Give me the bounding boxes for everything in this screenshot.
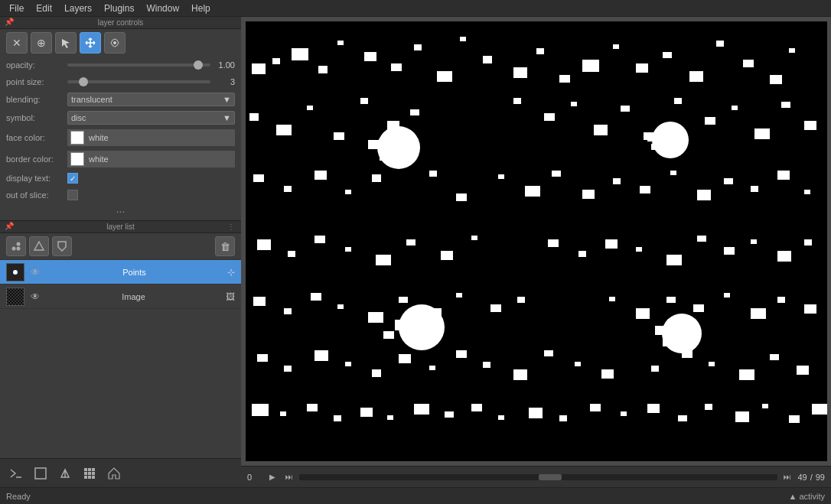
clear-button[interactable]: ✕: [6, 32, 28, 54]
svg-rect-21: [318, 66, 328, 73]
svg-rect-143: [498, 415, 504, 420]
activity-text[interactable]: ▲ activity: [788, 492, 825, 501]
points-thumbnail: [6, 263, 24, 281]
svg-rect-34: [636, 63, 648, 73]
select-button[interactable]: [55, 32, 77, 54]
bottom-toolbar: [0, 458, 241, 487]
svg-rect-50: [571, 102, 577, 106]
svg-rect-23: [364, 52, 376, 61]
menu-help[interactable]: Help: [185, 2, 217, 15]
console-button[interactable]: [6, 463, 26, 483]
timeline-track[interactable]: [299, 474, 777, 480]
menu-window[interactable]: Window: [140, 2, 185, 15]
svg-rect-150: [705, 404, 712, 410]
symbol-select[interactable]: disc ▼: [67, 111, 235, 125]
layer-tools-row: 🗑: [0, 233, 241, 260]
move-button[interactable]: [80, 32, 101, 54]
canvas-container[interactable]: [241, 17, 831, 466]
svg-rect-10: [88, 468, 91, 471]
svg-rect-112: [751, 308, 766, 319]
points-visibility-toggle[interactable]: 👁: [29, 266, 41, 278]
svg-rect-145: [559, 415, 567, 421]
svg-rect-73: [670, 171, 676, 175]
svg-rect-125: [544, 350, 553, 356]
svg-rect-27: [460, 37, 466, 41]
svg-rect-77: [777, 171, 790, 180]
point-size-label: point size:: [6, 77, 67, 86]
svg-rect-26: [437, 71, 452, 82]
svg-rect-62: [314, 171, 327, 180]
svg-rect-97: [253, 297, 266, 306]
point-size-slider[interactable]: [67, 80, 210, 83]
svg-rect-32: [582, 60, 599, 72]
svg-rect-89: [605, 239, 618, 249]
transform-button[interactable]: [104, 32, 125, 54]
svg-rect-142: [471, 404, 482, 411]
svg-rect-86: [471, 236, 477, 240]
opacity-slider[interactable]: [67, 63, 210, 67]
svg-rect-48: [513, 98, 521, 104]
play-button[interactable]: ▶: [266, 470, 279, 484]
svg-rect-84: [406, 239, 416, 245]
timeline-current: 49: [797, 473, 807, 482]
svg-rect-134: [252, 404, 269, 416]
svg-rect-18: [252, 63, 266, 74]
menu-plugins[interactable]: Plugins: [98, 2, 140, 15]
image-visibility-toggle[interactable]: 👁: [29, 291, 41, 303]
jump-end-button[interactable]: ⏭: [780, 470, 794, 484]
main-area: 📌 layer controls ✕ ⊕: [0, 17, 831, 487]
svg-rect-115: [257, 354, 268, 362]
end-button[interactable]: ⏭: [282, 470, 296, 484]
home-button[interactable]: [104, 463, 124, 483]
svg-rect-166: [663, 339, 673, 346]
svg-rect-30: [536, 48, 544, 54]
delete-layer-button[interactable]: 🗑: [215, 236, 235, 256]
svg-rect-70: [582, 190, 595, 199]
svg-point-156: [652, 122, 689, 158]
svg-rect-138: [360, 408, 373, 417]
3d-view-button[interactable]: [55, 463, 75, 483]
border-color-label: border color:: [6, 154, 67, 164]
points-layer-name: Points: [46, 268, 223, 277]
svg-rect-102: [399, 297, 408, 303]
menu-layers[interactable]: Layers: [58, 2, 98, 15]
menu-file[interactable]: File: [3, 2, 30, 15]
svg-rect-119: [372, 369, 381, 377]
svg-rect-161: [644, 132, 656, 140]
svg-rect-108: [636, 308, 650, 319]
svg-rect-11: [92, 468, 95, 471]
display-text-row: display text: ✓: [0, 170, 241, 187]
layer-item-points[interactable]: 👁 Points ⊹: [0, 260, 241, 285]
opacity-label: opacity:: [6, 60, 67, 70]
menu-edit[interactable]: Edit: [30, 2, 58, 15]
svg-rect-75: [724, 178, 733, 184]
add-button[interactable]: ⊕: [31, 32, 52, 54]
svg-rect-74: [697, 190, 711, 200]
svg-point-2: [12, 247, 16, 251]
svg-rect-15: [84, 476, 87, 479]
opacity-row: opacity: 1.00: [0, 57, 241, 73]
svg-rect-17: [92, 476, 95, 479]
add-labels-button[interactable]: [52, 236, 72, 256]
face-color-swatch[interactable]: [70, 131, 84, 145]
blending-select[interactable]: translucent ▼: [67, 93, 235, 106]
layer-controls-toolbar: ✕ ⊕: [0, 29, 241, 57]
svg-rect-51: [594, 125, 608, 135]
svg-rect-25: [414, 44, 422, 50]
svg-rect-141: [445, 411, 454, 418]
grid-button[interactable]: [80, 463, 99, 483]
layer-item-image[interactable]: 👁 Image 🖼: [0, 285, 241, 309]
svg-rect-39: [770, 75, 782, 84]
2d-view-button[interactable]: [31, 463, 51, 483]
border-color-swatch[interactable]: [70, 152, 84, 166]
layer-list-section: 📌 layer list ⋮: [0, 221, 241, 458]
add-shapes-button[interactable]: [29, 236, 49, 256]
svg-rect-94: [751, 239, 757, 244]
svg-rect-135: [280, 411, 286, 416]
status-text: Ready: [6, 492, 31, 501]
out-of-slice-checkbox[interactable]: [67, 190, 78, 200]
svg-rect-153: [789, 415, 800, 423]
display-text-checkbox[interactable]: ✓: [67, 173, 78, 184]
chevron-down-icon: ▼: [223, 113, 231, 122]
add-points-button[interactable]: [6, 236, 26, 256]
